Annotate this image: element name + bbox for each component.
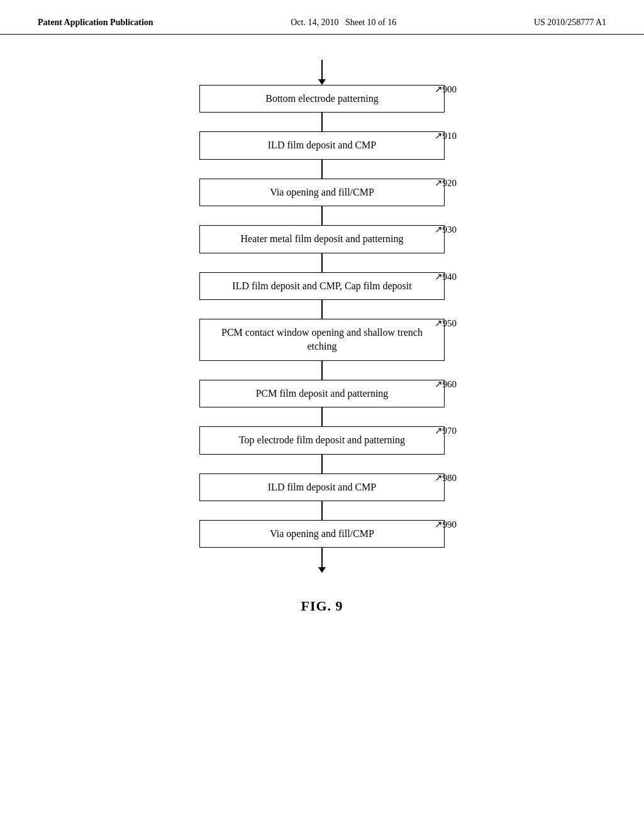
step-960-label: PCM film deposit and patterning xyxy=(256,388,389,399)
flow-row-910: ILD film deposit and CMP ↗910 xyxy=(184,131,460,159)
connector-6 xyxy=(321,361,323,380)
step-900-tag: ↗900 xyxy=(435,84,457,95)
flow-row-900: Bottom electrode patterning ↗900 xyxy=(184,85,460,113)
step-950-tag: ↗950 xyxy=(435,318,457,329)
step-930-label: Heater metal film deposit and patterning xyxy=(240,233,403,244)
flow-row-960: PCM film deposit and patterning ↗960 xyxy=(184,380,460,407)
connector-9 xyxy=(321,501,323,520)
step-960-box: PCM film deposit and patterning xyxy=(199,380,445,407)
flow-row-940: ILD film deposit and CMP, Cap film depos… xyxy=(184,272,460,300)
step-910-label: ILD film deposit and CMP xyxy=(268,140,376,150)
step-960-tag: ↗960 xyxy=(435,379,457,390)
connector-2 xyxy=(321,160,323,179)
step-980-label: ILD film deposit and CMP xyxy=(268,482,376,492)
connector-7 xyxy=(321,407,323,426)
flow-row-970: Top electrode film deposit and patternin… xyxy=(184,426,460,454)
figure-label: FIG. 9 xyxy=(301,598,343,614)
step-980-tag: ↗980 xyxy=(435,472,457,484)
step-910-box: ILD film deposit and CMP xyxy=(199,131,445,159)
flow-row-920: Via opening and fill/CMP ↗920 xyxy=(184,179,460,206)
connector-5 xyxy=(321,300,323,319)
step-930-tag: ↗930 xyxy=(435,224,457,235)
publication-label: Patent Application Publication xyxy=(38,18,153,28)
connector-8 xyxy=(321,455,323,473)
flow-row-930: Heater metal film deposit and patterning… xyxy=(184,225,460,253)
exit-arrow xyxy=(318,548,326,573)
step-990-tag: ↗990 xyxy=(435,519,457,530)
step-910-tag: ↗910 xyxy=(435,130,457,141)
date-label: Oct. 14, 2010 Sheet 10 of 16 xyxy=(291,18,396,28)
entry-arrow xyxy=(318,60,326,85)
step-920-box: Via opening and fill/CMP xyxy=(199,179,445,206)
step-930-box: Heater metal film deposit and patterning xyxy=(199,225,445,253)
step-940-label: ILD film deposit and CMP, Cap film depos… xyxy=(232,280,411,291)
step-990-box: Via opening and fill/CMP xyxy=(199,520,445,548)
flow-row-980: ILD film deposit and CMP ↗980 xyxy=(184,473,460,501)
connector-3 xyxy=(321,206,323,225)
flow-row-990: Via opening and fill/CMP ↗990 xyxy=(184,520,460,548)
step-920-tag: ↗920 xyxy=(435,177,457,189)
step-970-tag: ↗970 xyxy=(435,425,457,436)
main-content: Bottom electrode patterning ↗900 ILD fil… xyxy=(0,35,644,639)
step-940-tag: ↗940 xyxy=(435,271,457,282)
flowchart: Bottom electrode patterning ↗900 ILD fil… xyxy=(184,60,460,573)
flow-row-950: PCM contact window opening and shallow t… xyxy=(184,319,460,361)
step-940-box: ILD film deposit and CMP, Cap film depos… xyxy=(199,272,445,300)
step-950-box: PCM contact window opening and shallow t… xyxy=(199,319,445,361)
patent-number: US 2010/258777 A1 xyxy=(534,18,606,28)
step-920-label: Via opening and fill/CMP xyxy=(270,187,374,197)
step-970-box: Top electrode film deposit and patternin… xyxy=(199,426,445,454)
step-900-label: Bottom electrode patterning xyxy=(265,93,379,104)
step-950-label: PCM contact window opening and shallow t… xyxy=(221,327,423,351)
step-970-label: Top electrode film deposit and patternin… xyxy=(239,434,405,445)
connector-1 xyxy=(321,113,323,131)
step-990-label: Via opening and fill/CMP xyxy=(270,528,374,539)
page-header: Patent Application Publication Oct. 14, … xyxy=(0,0,644,35)
step-900-box: Bottom electrode patterning xyxy=(199,85,445,113)
step-980-box: ILD film deposit and CMP xyxy=(199,473,445,501)
connector-4 xyxy=(321,253,323,272)
